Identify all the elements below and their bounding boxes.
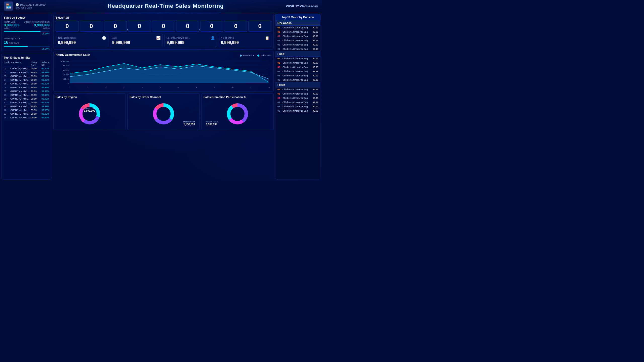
mtd-progress-bg <box>4 46 50 47</box>
div-name: Children's/Character Bag <box>283 57 312 60</box>
metric-value: 9,999,999 <box>112 40 160 45</box>
month-date-unit: Million <box>4 27 19 30</box>
budget-pct: 99.99% <box>4 32 50 35</box>
div-rank: 03 <box>277 66 283 68</box>
svg-text:600.00: 600.00 <box>63 69 69 71</box>
pct-cell: 99.99% <box>42 86 50 89</box>
amt-cell: 99.99 <box>31 113 41 115</box>
sb-divider <box>4 36 50 36</box>
division-row: 05 Children's/Character Bag 99.99 <box>275 105 320 109</box>
div-name: Children's/Character Bag <box>283 39 312 42</box>
top30-table: Rank Site Name Sales AMT Sales vs Bu 01 … <box>4 61 50 177</box>
amt-cell: 99.99 <box>31 79 41 81</box>
date-info: 🕐 03.20.2024 09:00:00 Business Date <box>16 3 46 9</box>
mtd-unit: Days <box>14 42 19 44</box>
div-name: Children's/Character Bag <box>283 62 312 64</box>
metric-card: Transaction Count 🕐 9,999,999 <box>56 34 108 47</box>
div-name: Children's/Character Bag <box>283 93 312 95</box>
table-row: 13 GUARDIAN Midtown 99.99 99.99% <box>4 112 50 116</box>
site-name-cell: GUARDIAN Midtown <box>10 101 30 104</box>
chart-panel: Hourly Accumulated Sales TransactionSale… <box>53 51 274 92</box>
table-row: 11 GUARDIAN Midtown 99.99 99.99% <box>4 105 50 108</box>
col-site: Site Name <box>10 61 30 66</box>
rank-cell: 01 <box>4 67 10 70</box>
division-row: 06 Children's/Character Bag 99.99 <box>275 78 320 82</box>
div-val: 99.99 <box>312 43 318 46</box>
legend-dot <box>240 55 242 57</box>
table-row: 09 GUARDIAN Midtown 99.99 99.99% <box>4 97 50 101</box>
div-rank: 06 <box>277 110 283 112</box>
division-body: Dry Goods 01 Children's/Character Bag 99… <box>275 20 320 179</box>
promotion-donut-label: Phnom Penh 9,999,999 <box>206 121 218 126</box>
table-row: 08 GUARDIAN Midtown 99.99 99.99% <box>4 93 50 97</box>
sales-vs-budget-title: Sales vs Budget <box>4 16 50 19</box>
budget-label: Budget for Current Month <box>24 21 50 23</box>
promotion-donut-container: Phnom Penh 9,999,999 <box>204 100 271 128</box>
chart-legend: TransactionSales AMT <box>240 54 271 57</box>
div-val: 99.99 <box>312 62 318 64</box>
table-row: 03 GUARDIAN Midtown GU. 99.99 99.99% <box>4 74 50 78</box>
metric-header: No. of SMAC 📋 <box>221 36 269 40</box>
channel-donut-svg <box>151 101 176 126</box>
site-name-cell: GUARDIAN Midtown <box>10 86 30 89</box>
div-name: Children's/Character Bag <box>283 66 312 68</box>
div-val: 99.99 <box>312 79 318 81</box>
rank-cell: 14 <box>4 116 10 119</box>
div-val: 99.99 <box>312 48 318 50</box>
division-section-header: Food <box>275 51 320 57</box>
div-rank: 05 <box>277 43 283 46</box>
chart-svg: 1,000.00800.00600.00400.00200.0001234567… <box>56 59 271 89</box>
division-row: 01 Children's/Character Bag 99.99 <box>275 87 320 92</box>
promotion-label: Phnom Penh <box>206 121 218 123</box>
pct-cell: 99.99% <box>42 82 50 85</box>
channel-donut-container: Phnom Penh 9,999,999 <box>130 100 197 128</box>
div-val: 99.99 <box>312 35 318 37</box>
site-name-cell: GUARDIAN Midtown <box>10 116 30 119</box>
amt-cell: 99.99 <box>31 82 41 85</box>
sales-promotion-title: Sales Promotion Participation % <box>204 96 271 99</box>
div-rank: 01 <box>277 57 283 60</box>
header: 🏪 🕐 03.20.2024 09:00:00 Business Date He… <box>0 0 322 12</box>
left-panel: Sales vs Budget Month Date 9,999,999 Mil… <box>2 14 52 179</box>
amt-digits: 000000000 <box>56 21 271 32</box>
sales-by-region-title: Sales by Region <box>56 96 124 99</box>
metric-label: No. of SMAC <box>221 37 234 39</box>
amt-cell: 99.99 <box>31 94 41 96</box>
metric-header: No. of SMAC with sal... 👤 <box>167 36 215 40</box>
channel-value: 9,999,999 <box>183 123 195 126</box>
svg-text:4: 4 <box>124 86 125 88</box>
metric-icon: 📋 <box>265 36 269 40</box>
division-row: 05 Children's/Character Bag 99.99 <box>275 74 320 78</box>
pct-cell: 99.99% <box>42 71 50 74</box>
amt-cell: 99.99 <box>31 109 41 111</box>
sales-by-channel-panel: Sales by Order Channel Phnom Penh 9,999,… <box>127 93 200 130</box>
sales-amt-title: Sales AMT <box>56 16 271 19</box>
digit-box: 0 <box>224 21 247 32</box>
div-name: Children's/Character Bag <box>283 26 312 29</box>
region-value: 9,999,999 <box>84 109 95 112</box>
clock-icon: 🕐 <box>16 3 19 6</box>
col-amt: Sales AMT <box>31 61 41 66</box>
digit-box: 0 <box>176 21 199 32</box>
top30-panel: Top 30 Sales by Site Rank Site Name Sale… <box>2 54 52 179</box>
metric-label: Transaction Count <box>58 37 76 39</box>
site-name-cell: GUARDIAN Midtown <box>10 94 30 96</box>
metric-icon: 📈 <box>156 36 160 40</box>
rank-cell: 10 <box>4 101 10 104</box>
channel-label: Phnom Penh <box>183 121 195 123</box>
metric-icon: 🕐 <box>102 36 106 40</box>
div-rank: 04 <box>277 70 283 73</box>
div-rank: 04 <box>277 39 283 42</box>
svg-text:6: 6 <box>159 86 160 88</box>
metric-label: ABS <box>112 37 117 39</box>
metric-header: ABS 📈 <box>112 36 160 40</box>
div-val: 99.99 <box>312 70 318 73</box>
budget-progress-fill <box>4 31 41 32</box>
div-name: Children's/Character Bag <box>283 35 312 37</box>
top10-division-title: Top 10 Sales by Division <box>282 16 314 19</box>
div-val: 99.99 <box>312 110 318 112</box>
div-rank: 06 <box>277 48 283 50</box>
div-val: 99.99 <box>312 88 318 91</box>
svg-text:8: 8 <box>196 86 197 88</box>
datetime-value: 03.20.2024 09:00:00 <box>20 3 46 6</box>
